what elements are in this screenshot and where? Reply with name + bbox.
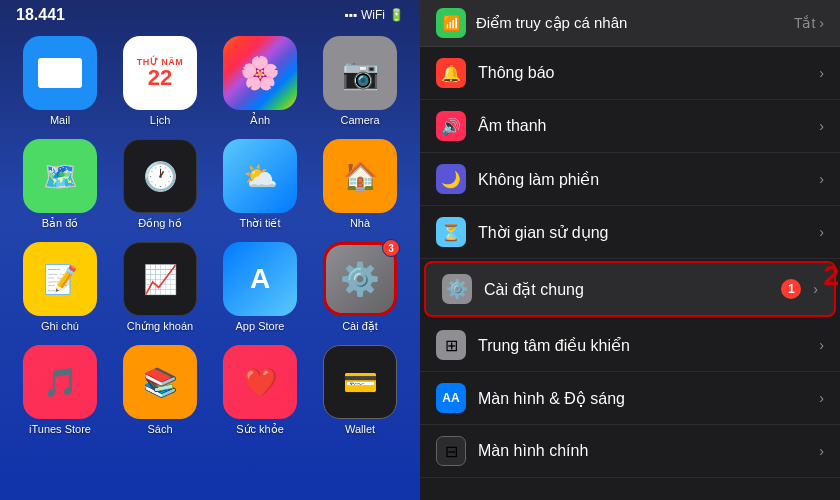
general-icon: ⚙️ xyxy=(442,274,472,304)
itunes-label: iTunes Store xyxy=(29,423,91,435)
sach-label: Sách xyxy=(147,423,172,435)
mail-envelope xyxy=(40,60,80,86)
trungtam-chevron: › xyxy=(819,337,824,353)
suckhoe-symbol: ❤️ xyxy=(243,366,278,399)
app-itunes[interactable]: 🎵 iTunes Store xyxy=(16,345,104,436)
ghichu-symbol: 📝 xyxy=(43,263,78,296)
control-icon: ⊞ xyxy=(436,330,466,360)
status-bar: 18.441 ▪▪▪ WiFi 🔋 xyxy=(0,0,420,28)
app-appstore[interactable]: A App Store xyxy=(216,242,304,333)
app-ghichu[interactable]: 📝 Ghi chú xyxy=(16,242,104,333)
home-symbol: ⊟ xyxy=(445,442,458,461)
bandau-icon: 🗺️ xyxy=(23,139,97,213)
sach-icon: 📚 xyxy=(123,345,197,419)
notif-icon: 🔔 xyxy=(436,58,466,88)
settings-item-thongbao[interactable]: 🔔 Thông báo › xyxy=(420,47,840,100)
ghichu-icon: 📝 xyxy=(23,242,97,316)
donghoh-symbol: 🕐 xyxy=(143,160,178,193)
app-camera[interactable]: 📷 Camera xyxy=(316,36,404,127)
nha-icon: 🏠 xyxy=(323,139,397,213)
app-donghoh[interactable]: 🕐 Đồng hồ xyxy=(116,139,204,230)
app-mail[interactable]: Mail xyxy=(16,36,104,127)
camera-icon: 📷 xyxy=(323,36,397,110)
settings-item-trungtam[interactable]: ⊞ Trung tâm điều khiển › xyxy=(420,319,840,372)
lich-label: Lịch xyxy=(150,114,171,127)
app-caidat[interactable]: ⚙️ 3 Cài đặt xyxy=(316,242,404,333)
sound-symbol: 🔊 xyxy=(441,117,461,136)
app-sach[interactable]: 📚 Sách xyxy=(116,345,204,436)
notif-symbol: 🔔 xyxy=(441,64,461,83)
app-bandau[interactable]: 🗺️ Bản đồ xyxy=(16,139,104,230)
manhinhchinh-chevron: › xyxy=(819,443,824,459)
amthanh-label: Âm thanh xyxy=(478,117,819,135)
screentime-symbol: ⏳ xyxy=(441,223,461,242)
hotspot-value: Tắt xyxy=(794,15,815,31)
caidat-symbol: ⚙️ xyxy=(340,260,380,298)
settings-item-caidatchung[interactable]: ⚙️ Cài đặt chung 1 › 2 xyxy=(424,261,836,317)
thoitiet-icon: ⛅ xyxy=(223,139,297,213)
wallet-label: Wallet xyxy=(345,423,375,435)
dnd-icon: 🌙 xyxy=(436,164,466,194)
itunes-icon: 🎵 xyxy=(23,345,97,419)
app-grid: Mail THỨ NĂM 22 Lịch 🌸 Ảnh 📷 Camera 🗺️ xyxy=(0,28,420,448)
anh-icon: 🌸 xyxy=(223,36,297,110)
khonglamphien-chevron: › xyxy=(819,171,824,187)
dnd-symbol: 🌙 xyxy=(441,170,461,189)
app-nha[interactable]: 🏠 Nhà xyxy=(316,139,404,230)
thoitiet-symbol: ⛅ xyxy=(243,160,278,193)
donghoh-label: Đồng hồ xyxy=(138,217,181,230)
manhinhsang-chevron: › xyxy=(819,390,824,406)
app-wallet[interactable]: 💳 Wallet xyxy=(316,345,404,436)
wifi-icon: WiFi xyxy=(361,8,385,22)
anh-symbol: 🌸 xyxy=(240,54,280,92)
caidatchung-chevron: › xyxy=(813,281,818,297)
suckhoe-label: Sức khỏe xyxy=(236,423,284,436)
trungtam-label: Trung tâm điều khiển xyxy=(478,336,819,355)
app-chungkhoan[interactable]: 📈 Chứng khoán xyxy=(116,242,204,333)
nha-label: Nhà xyxy=(350,217,370,229)
manhinhsang-label: Màn hình & Độ sáng xyxy=(478,389,819,408)
sach-symbol: 📚 xyxy=(143,366,178,399)
hotspot-chevron: › xyxy=(819,15,824,31)
settings-top-item[interactable]: 📶 Điểm truy cập cá nhân Tắt › xyxy=(420,0,840,47)
wallet-symbol: 💳 xyxy=(343,366,378,399)
caidatchung-badge: 1 xyxy=(781,279,801,299)
camera-symbol: 📷 xyxy=(342,56,379,91)
appstore-symbol: A xyxy=(250,263,270,295)
signal-icon: ▪▪▪ xyxy=(344,8,357,22)
wallet-icon: 💳 xyxy=(323,345,397,419)
status-icons: ▪▪▪ WiFi 🔋 xyxy=(344,8,404,22)
display-symbol: AA xyxy=(442,391,459,405)
settings-item-manhinhchinh[interactable]: ⊟ Màn hình chính › xyxy=(420,425,840,478)
app-anh[interactable]: 🌸 Ảnh xyxy=(216,36,304,127)
manhinhchinh-label: Màn hình chính xyxy=(478,442,819,460)
battery-icon: 🔋 xyxy=(389,8,404,22)
chungkhoan-symbol: 📈 xyxy=(143,263,178,296)
calendar-day: 22 xyxy=(148,67,172,89)
hotspot-label: Điểm truy cập cá nhân xyxy=(476,14,627,32)
mail-label: Mail xyxy=(50,114,70,126)
thoigian-chevron: › xyxy=(819,224,824,240)
ghichu-label: Ghi chú xyxy=(41,320,79,332)
sound-icon: 🔊 xyxy=(436,111,466,141)
thoitiet-label: Thời tiết xyxy=(240,217,281,230)
chungkhoan-icon: 📈 xyxy=(123,242,197,316)
suckhoe-icon: ❤️ xyxy=(223,345,297,419)
settings-item-manhinhsang[interactable]: AA Màn hình & Độ sáng › xyxy=(420,372,840,425)
khonglamphien-label: Không làm phiền xyxy=(478,170,819,189)
app-lich[interactable]: THỨ NĂM 22 Lịch xyxy=(116,36,204,127)
hotspot-icon: 📶 xyxy=(436,8,466,38)
settings-item-amthanh[interactable]: 🔊 Âm thanh › xyxy=(420,100,840,153)
caidat-badge: 3 xyxy=(382,239,400,257)
caidatchung-label: Cài đặt chung xyxy=(484,280,781,299)
settings-item-thoigian[interactable]: ⏳ Thời gian sử dụng › xyxy=(420,206,840,259)
control-symbol: ⊞ xyxy=(445,336,458,355)
settings-list: 🔔 Thông báo › 🔊 Âm thanh › 🌙 Không làm p… xyxy=(420,47,840,478)
bandau-label: Bản đồ xyxy=(42,217,79,230)
app-thoitiet[interactable]: ⛅ Thời tiết xyxy=(216,139,304,230)
app-suckhoe[interactable]: ❤️ Sức khỏe xyxy=(216,345,304,436)
bandau-symbol: 🗺️ xyxy=(43,160,78,193)
annotation-2: 2 xyxy=(823,260,839,292)
mail-icon xyxy=(23,36,97,110)
settings-item-khonglamphien[interactable]: 🌙 Không làm phiền › xyxy=(420,153,840,206)
